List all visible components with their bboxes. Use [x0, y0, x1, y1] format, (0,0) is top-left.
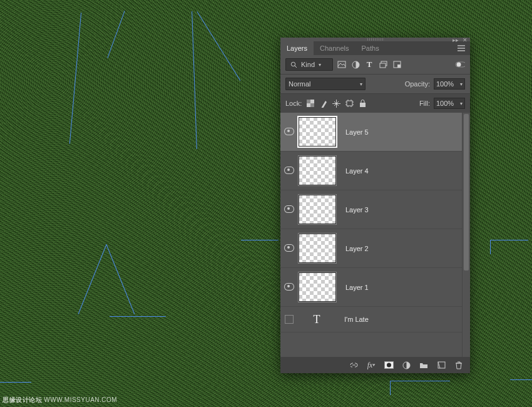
opacity-label: Opacity:: [405, 80, 430, 88]
tab-channels[interactable]: Channels: [314, 41, 355, 55]
path-segment: [110, 316, 166, 317]
panel-tabs: Layers Channels Paths: [280, 41, 470, 55]
search-icon: [289, 59, 299, 70]
svg-point-15: [387, 363, 391, 368]
visibility-toggle[interactable]: [280, 307, 298, 332]
svg-rect-4: [380, 63, 386, 68]
eye-icon: [284, 244, 294, 252]
path-segment: [106, 244, 135, 314]
layer-row-text[interactable]: TI'm Late: [280, 307, 462, 332]
lock-artboard-icon[interactable]: [345, 99, 354, 108]
layer-row[interactable]: Layer 5: [280, 113, 462, 152]
eye-icon: [284, 205, 294, 213]
visibility-toggle[interactable]: [280, 167, 298, 175]
collapse-icon[interactable]: ▸▸: [453, 37, 459, 43]
svg-rect-13: [360, 103, 366, 107]
path-segment: [390, 381, 450, 395]
filter-row: Kind ▾ T: [280, 55, 470, 74]
chevron-down-icon: ▾: [460, 81, 463, 87]
visibility-toggle[interactable]: [280, 244, 298, 253]
tab-layers[interactable]: Layers: [280, 41, 314, 55]
svg-point-0: [291, 62, 295, 66]
filter-kind-label: Kind: [301, 61, 315, 68]
filter-smartobject-icon[interactable]: [392, 59, 402, 70]
layers-panel: ▸▸ ✕ Layers Channels Paths Kind ▾ T Norm…: [280, 38, 470, 373]
scrollbar-thumb[interactable]: [464, 114, 469, 270]
eye-icon: [284, 167, 294, 174]
path-segment: [192, 11, 197, 149]
blend-mode-select[interactable]: Normal ▾: [285, 78, 366, 90]
layer-row[interactable]: Layer 1: [280, 268, 462, 307]
link-layers-icon[interactable]: [349, 360, 359, 370]
svg-rect-6: [397, 64, 401, 68]
filter-type-icon[interactable]: T: [364, 59, 374, 70]
visibility-toggle[interactable]: [280, 283, 298, 292]
layer-thumbnail[interactable]: [298, 116, 337, 147]
new-layer-icon[interactable]: [436, 360, 446, 370]
scrollbar[interactable]: [462, 113, 470, 357]
delete-layer-icon[interactable]: [454, 360, 464, 370]
path-segment: [510, 379, 532, 380]
visibility-toggle[interactable]: [280, 128, 298, 137]
path-segment: [241, 240, 279, 240]
filter-adjustment-icon[interactable]: [350, 59, 361, 70]
tab-paths[interactable]: Paths: [356, 41, 386, 55]
fill-value: 100%: [436, 100, 454, 107]
layer-thumbnail[interactable]: [298, 155, 337, 186]
layer-thumbnail[interactable]: [298, 272, 337, 302]
eye-icon: [284, 128, 294, 135]
visibility-toggle[interactable]: [280, 205, 298, 214]
layer-name[interactable]: Layer 5: [345, 128, 369, 136]
svg-rect-11: [310, 103, 314, 107]
layer-list: Layer 5Layer 4Layer 3Layer 2Layer 1TI'm …: [280, 113, 470, 357]
svg-point-8: [457, 63, 461, 67]
panel-drag-bar[interactable]: ▸▸ ✕: [280, 38, 470, 41]
path-segment: [490, 240, 528, 254]
lock-transparency-icon[interactable]: [305, 99, 315, 108]
lock-row: Lock: Fill: 100%▾: [280, 94, 470, 113]
grip-icon: [367, 38, 384, 41]
layer-thumbnail[interactable]: [298, 233, 337, 264]
path-segment: [197, 11, 241, 81]
lock-pixels-icon[interactable]: [319, 99, 328, 108]
layer-name[interactable]: Layer 1: [345, 284, 369, 291]
watermark: 思缘设计论坛 WWW.MISSYUAN.COM: [3, 396, 117, 404]
filter-pixel-icon[interactable]: [337, 59, 347, 70]
filter-kind-select[interactable]: Kind ▾: [285, 58, 333, 71]
lock-all-icon[interactable]: [358, 99, 367, 108]
svg-rect-10: [307, 100, 310, 103]
layer-name[interactable]: Layer 4: [345, 167, 369, 175]
chevron-down-icon: ▾: [319, 62, 321, 68]
blend-mode-value: Normal: [289, 80, 310, 88]
opacity-input[interactable]: 100%▾: [434, 78, 465, 90]
layer-row[interactable]: Layer 2: [280, 229, 462, 268]
blend-row: Normal ▾ Opacity: 100%▾: [280, 75, 470, 93]
layer-name[interactable]: I'm Late: [344, 316, 369, 323]
filter-toggle-switch[interactable]: [455, 59, 465, 70]
layer-row[interactable]: Layer 4: [280, 152, 462, 190]
opacity-value: 100%: [436, 80, 454, 88]
fill-input[interactable]: 100%▾: [434, 98, 465, 109]
layer-mask-icon[interactable]: [384, 360, 394, 370]
path-segment: [0, 382, 31, 383]
type-layer-icon: T: [298, 313, 335, 326]
layer-row[interactable]: Layer 3: [280, 190, 462, 229]
layer-thumbnail[interactable]: [298, 194, 337, 225]
filter-shape-icon[interactable]: [378, 59, 388, 70]
lock-position-icon[interactable]: [332, 99, 341, 108]
path-segment: [69, 13, 81, 143]
chevron-down-icon: ▾: [460, 101, 463, 106]
panel-footer: fx▾: [280, 357, 470, 373]
path-segment: [107, 11, 125, 58]
fill-label: Fill:: [419, 100, 430, 107]
close-icon[interactable]: ✕: [463, 37, 468, 43]
path-segment: [78, 244, 107, 314]
group-icon[interactable]: [419, 360, 429, 370]
panel-menu-icon[interactable]: [458, 45, 466, 51]
layer-name[interactable]: Layer 2: [345, 245, 369, 252]
layer-name[interactable]: Layer 3: [345, 206, 369, 214]
layer-style-icon[interactable]: fx▾: [366, 360, 376, 370]
adjustment-layer-icon[interactable]: [401, 360, 411, 370]
svg-rect-12: [347, 101, 352, 106]
eye-icon: [284, 283, 294, 291]
